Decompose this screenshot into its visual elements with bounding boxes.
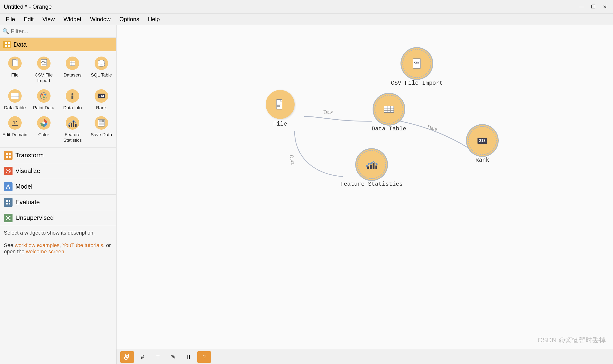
description-line2: See workflow examples, YouTube tutorials… — [4, 242, 112, 248]
svg-rect-3 — [8, 45, 10, 47]
svg-point-25 — [71, 93, 73, 95]
svg-line-57 — [7, 186, 8, 187]
svg-rect-78 — [414, 66, 418, 66]
svg-point-65 — [9, 216, 11, 217]
svg-point-56 — [9, 187, 10, 189]
toolbar-add-button[interactable] — [120, 351, 134, 363]
maximize-button[interactable]: ❐ — [589, 2, 598, 11]
svg-text:Data: Data — [427, 124, 438, 132]
bottom-toolbar: # T ✎ ⏸ ? — [117, 350, 613, 364]
workflow-canvas[interactable]: Data Data Data CSV — [117, 25, 613, 364]
svg-rect-2 — [5, 45, 7, 47]
svg-text:Data: Data — [288, 154, 296, 165]
toolbar-text-button[interactable]: T — [151, 351, 165, 363]
toolbar-pause-button[interactable]: ⏸ — [182, 351, 196, 363]
widget-datasets[interactable]: Datasets — [59, 54, 87, 85]
svg-text:T: T — [13, 119, 17, 126]
widget-csv-label: CSV File Import — [31, 72, 57, 83]
menu-edit[interactable]: Edit — [20, 14, 38, 24]
menu-view[interactable]: View — [39, 14, 59, 24]
widget-save-data[interactable]: Save Data — [87, 113, 115, 145]
nav-item-transform[interactable]: Transform — [0, 147, 116, 163]
model-icon — [4, 182, 13, 191]
window-controls: — ❐ ✕ — [577, 2, 609, 11]
toolbar-help-button[interactable]: ? — [197, 351, 211, 363]
toolbar-hash-button[interactable]: # — [136, 351, 149, 363]
widget-sql-table[interactable]: SQL Table — [87, 54, 115, 85]
svg-point-23 — [43, 96, 45, 98]
link-youtube[interactable]: YouTube tutorials — [62, 242, 103, 248]
node-data-table[interactable]: Data Table — [372, 95, 406, 132]
minimize-button[interactable]: — — [577, 2, 586, 11]
widget-edit-domain[interactable]: T Edit Domain — [1, 113, 29, 145]
node-feature-statistics[interactable]: Feature Statistics — [340, 150, 403, 187]
svg-rect-32 — [12, 125, 18, 126]
widget-data-info[interactable]: Data Info — [59, 86, 87, 113]
widget-sql-table-label: SQL Table — [91, 72, 112, 78]
widget-data-table[interactable]: Data Table — [1, 86, 29, 113]
close-button[interactable]: ✕ — [600, 2, 609, 11]
menu-widget[interactable]: Widget — [60, 14, 85, 24]
search-icon: 🔍 — [2, 28, 9, 34]
node-rank[interactable]: 213 Rank — [468, 126, 497, 163]
svg-point-51 — [7, 170, 8, 171]
svg-rect-82 — [277, 106, 280, 107]
nav-item-unsupervised[interactable]: Unsupervised — [0, 210, 116, 226]
menu-options[interactable]: Options — [116, 14, 143, 24]
svg-rect-59 — [6, 200, 8, 202]
node-file[interactable]: File — [266, 90, 295, 127]
svg-rect-0 — [5, 42, 7, 44]
menu-help[interactable]: Help — [144, 14, 163, 24]
widget-grid-data: File CSV CSV File Import — [0, 51, 116, 147]
svg-rect-60 — [9, 200, 10, 202]
svg-point-90 — [366, 165, 367, 167]
svg-line-69 — [9, 217, 9, 217]
svg-text:213: 213 — [479, 139, 486, 143]
widget-color[interactable]: Color — [30, 113, 58, 145]
svg-rect-81 — [277, 105, 280, 106]
svg-rect-37 — [69, 125, 70, 127]
svg-rect-8 — [13, 64, 16, 64]
menu-file[interactable]: File — [2, 14, 19, 24]
nav-item-model[interactable]: Model — [0, 179, 116, 195]
svg-rect-6 — [16, 59, 18, 61]
widget-feature-statistics[interactable]: Feature Statistics — [59, 113, 87, 145]
svg-point-91 — [368, 163, 369, 165]
svg-point-22 — [44, 94, 46, 95]
connections-svg: Data Data Data — [117, 25, 613, 364]
svg-rect-77 — [414, 65, 420, 65]
titlebar: Untitled * - Orange — ❐ ✕ — [0, 0, 613, 13]
filter-input[interactable] — [11, 28, 114, 35]
description-line1: Select a widget to show its description. — [4, 230, 112, 236]
widget-feature-statistics-label: Feature Statistics — [60, 132, 86, 143]
toolbar-edit-button[interactable]: ✎ — [167, 351, 180, 363]
widget-color-label: Color — [38, 132, 49, 138]
widget-data-info-label: Data Info — [63, 105, 82, 111]
node-csv-circle: CSV — [402, 49, 431, 78]
svg-rect-47 — [9, 153, 11, 155]
main-layout: 🔍 Data — [0, 25, 613, 364]
nav-item-visualize[interactable]: Visualize — [0, 163, 116, 179]
link-workflow-examples[interactable]: workflow examples — [15, 242, 59, 248]
node-rank-circle: 213 — [468, 126, 497, 155]
category-data-header[interactable]: Data — [0, 38, 116, 51]
svg-rect-12 — [42, 64, 46, 65]
link-welcome[interactable]: welcome screen — [26, 248, 64, 255]
category-data-icon — [3, 41, 11, 48]
svg-rect-44 — [102, 120, 104, 122]
menubar: File Edit View Widget Window Options Hel… — [0, 13, 613, 25]
node-rank-label: Rank — [475, 157, 489, 163]
svg-line-58 — [8, 186, 10, 187]
menu-window[interactable]: Window — [86, 14, 114, 24]
node-csv-file-import[interactable]: CSV CSV File Import — [391, 49, 443, 86]
widget-file[interactable]: File — [1, 54, 29, 85]
svg-point-36 — [66, 116, 79, 130]
svg-point-64 — [6, 216, 7, 217]
node-feature-stats-circle — [357, 150, 386, 179]
widget-rank[interactable]: 213 Rank — [87, 86, 115, 113]
svg-point-21 — [41, 94, 43, 95]
node-data-table-label: Data Table — [372, 126, 406, 132]
widget-paint-data[interactable]: Paint Data — [30, 86, 58, 113]
nav-item-evaluate[interactable]: Evaluate — [0, 195, 116, 210]
widget-csv-file-import[interactable]: CSV CSV File Import — [30, 54, 58, 85]
